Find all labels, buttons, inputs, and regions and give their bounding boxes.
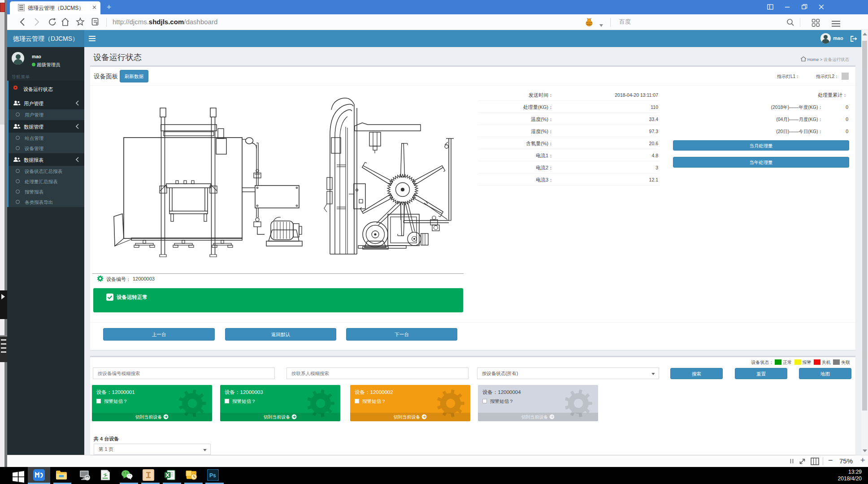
svg-text:Ps: Ps xyxy=(209,472,216,479)
